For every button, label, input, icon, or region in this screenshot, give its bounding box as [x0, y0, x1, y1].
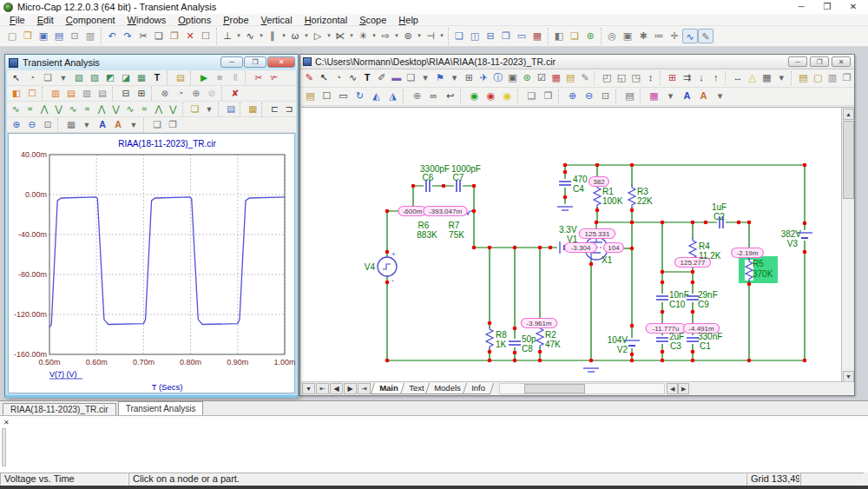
node-dot[interactable] — [747, 359, 752, 363]
pulse-source-symbol[interactable] — [378, 257, 397, 276]
cursor-panel-icon[interactable]: ▤ — [224, 102, 238, 116]
node-dot[interactable] — [691, 350, 695, 354]
part-label[interactable]: C4 — [573, 184, 584, 194]
transient-title-bar[interactable]: Transient Analysis ─ ❐ ✕ — [5, 55, 298, 70]
check-icon[interactable]: ☑ — [535, 70, 549, 86]
part-label[interactable]: V2 — [617, 345, 628, 354]
node-dot[interactable] — [630, 324, 635, 328]
node-dot[interactable] — [661, 359, 665, 363]
menu-item[interactable]: Component — [60, 15, 122, 25]
zoom-area-icon[interactable]: ⊡ — [597, 89, 614, 104]
shapes-dd[interactable]: ▾ — [56, 71, 71, 85]
annotate-icon[interactable]: ✎ — [698, 29, 713, 43]
menu-item[interactable]: Vertical — [255, 15, 299, 25]
minimize-button[interactable]: ─ — [788, 0, 814, 13]
zoom-in-icon[interactable]: ⊕ — [564, 89, 581, 104]
part-label[interactable]: C1 — [700, 341, 711, 351]
text-tool-icon[interactable]: T — [149, 71, 165, 85]
inductor-icon[interactable]: ω — [287, 29, 303, 43]
region-exit-icon[interactable]: ◱ — [615, 70, 629, 86]
part-label[interactable]: 47K — [545, 340, 561, 349]
schematic-vertical-scrollbar[interactable]: ▲ ▼ — [841, 108, 854, 383]
source-dd[interactable]: ▾ — [416, 29, 423, 43]
font-dd[interactable]: ▾ — [126, 118, 141, 132]
pan-icon[interactable]: ◔ — [331, 70, 345, 86]
region-swap-icon[interactable]: ◳ — [628, 70, 643, 86]
properties-icon[interactable]: ▤ — [173, 71, 188, 85]
node-dot[interactable] — [488, 359, 492, 363]
swap-icon[interactable]: ↕ — [643, 70, 658, 86]
node-dot[interactable] — [747, 221, 752, 225]
transient-analysis-window[interactable]: Transient Analysis ─ ❐ ✕ ↖◔❏▾▧▨◩◪▦T▤▶■Ⅱ✂… — [4, 54, 299, 398]
shapes-icon[interactable]: ❏ — [404, 70, 418, 86]
copy-back-icon[interactable]: ❐ — [540, 89, 556, 104]
split-panel-icon[interactable]: ◧ — [551, 29, 567, 43]
node-dot[interactable] — [595, 221, 599, 225]
node-dot[interactable] — [488, 246, 492, 250]
schematic-canvas[interactable]: +--600m-393.047m382125.331-3.304104125.2… — [301, 107, 854, 382]
new-file-icon[interactable]: ▢ — [4, 29, 20, 43]
schematic-horizontal-scrollbar[interactable] — [499, 383, 666, 394]
draw-pencil-icon[interactable]: ✎ — [302, 70, 317, 86]
node-dot[interactable] — [589, 262, 594, 267]
part-label[interactable]: 3.3V — [559, 225, 577, 235]
node-dot[interactable] — [472, 209, 477, 214]
node-dot[interactable] — [661, 350, 665, 354]
node-numbers-icon[interactable]: ▣ — [505, 70, 520, 86]
node-dot[interactable] — [488, 350, 492, 354]
line-tool-icon[interactable]: ✐ — [375, 70, 390, 86]
select-special-icon[interactable]: ☐ — [198, 29, 214, 43]
select-box-icon[interactable]: ☐ — [319, 89, 335, 104]
collapse-icon[interactable]: ⊟ — [118, 87, 134, 101]
transistor-icon[interactable]: ⋉ — [332, 29, 348, 43]
ledger-icon[interactable]: ▤ — [796, 70, 811, 86]
text-tool-icon[interactable]: T — [360, 70, 375, 86]
inductor-dd[interactable]: ▾ — [303, 29, 310, 43]
part-label[interactable]: 100K — [602, 196, 623, 206]
part-label[interactable]: 104V — [608, 335, 628, 345]
diode-icon[interactable]: ▷ — [310, 29, 326, 43]
part-label[interactable]: R5 — [753, 259, 764, 268]
transient-restore-button[interactable]: ❐ — [244, 56, 266, 68]
zoom-region-icon[interactable]: ☐ — [24, 87, 40, 101]
node-dot[interactable] — [595, 208, 600, 213]
part-label[interactable]: 382V — [781, 229, 802, 239]
node-grid-icon[interactable]: ⊞ — [665, 70, 680, 86]
waveform-6-icon[interactable]: ≈ — [80, 102, 94, 116]
schematic-restore-button[interactable]: ❐ — [810, 56, 829, 67]
part-label[interactable]: 50p — [522, 334, 536, 344]
node-dot[interactable] — [630, 353, 635, 357]
part-label[interactable]: R1 — [602, 187, 614, 196]
tie-icon[interactable]: ⊣ — [423, 29, 438, 43]
scope-mode-2-icon[interactable]: ▨ — [87, 71, 102, 85]
waveform-10-icon[interactable]: ≈ — [137, 102, 151, 116]
tie-dd[interactable]: ▾ — [438, 29, 445, 43]
run-icon[interactable]: ▶ — [196, 71, 212, 85]
link-icon[interactable]: ❐ — [839, 70, 854, 86]
schematic-title-bar[interactable]: C:\Users\Normann\Desktop\RIAA\RIAA(18-11… — [300, 55, 854, 69]
voltage-source-icon[interactable]: ⊚ — [400, 29, 416, 43]
node-dot[interactable] — [549, 246, 553, 250]
node-dot[interactable] — [385, 281, 390, 285]
node-dot[interactable] — [630, 163, 635, 168]
node-dot[interactable] — [513, 327, 517, 331]
node-dot[interactable] — [630, 208, 635, 213]
waveform-11-icon[interactable]: ⋀ — [152, 102, 166, 116]
part-label[interactable]: 1K — [496, 340, 507, 349]
part-label[interactable]: 470 — [573, 175, 588, 184]
cursor-left-icon[interactable]: ⊏ — [267, 102, 281, 116]
scope-mode-5-icon[interactable]: ▦ — [134, 71, 149, 85]
first-sheet-button[interactable]: ⇤ — [316, 383, 329, 394]
bus-icon[interactable]: ▬ — [389, 70, 404, 86]
region-enter-icon[interactable]: ◰ — [600, 70, 615, 86]
node-dot[interactable] — [630, 359, 635, 363]
node-dot[interactable] — [538, 350, 542, 354]
grid-icon[interactable]: ▦ — [63, 118, 79, 132]
cursor-right-icon[interactable]: ⊐ — [282, 102, 296, 116]
part-label[interactable]: C2 — [713, 212, 725, 221]
shapes-dd[interactable]: ▾ — [418, 70, 433, 86]
waveform-2-icon[interactable]: ≈ — [23, 102, 36, 116]
node-dot[interactable] — [630, 247, 635, 251]
flag-dd[interactable]: ▾ — [447, 70, 462, 86]
node-dot[interactable] — [385, 250, 390, 254]
